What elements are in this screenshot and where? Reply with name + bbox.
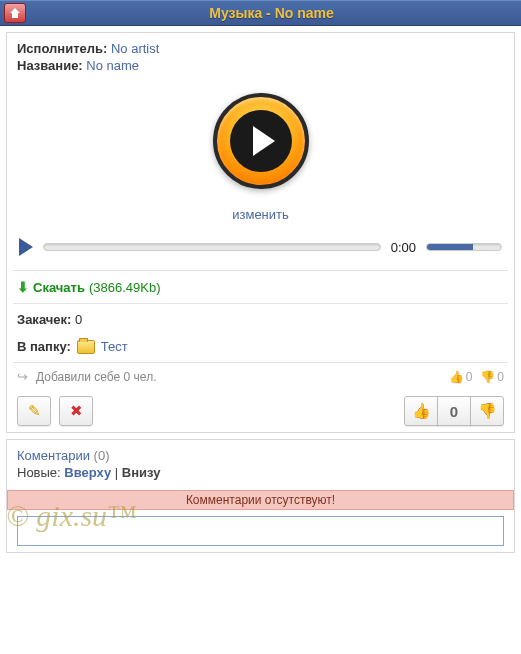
thumb-down-icon: 👎 [480,370,495,384]
folder-link[interactable]: Тест [101,339,128,354]
sort-bottom[interactable]: Внизу [122,465,161,480]
page-title: Музыка - No name [26,5,517,21]
artist-label: Исполнитель: [17,41,107,56]
added-count: Добавили себе 0 чел. [36,370,156,384]
vote-score: 0 [437,396,471,426]
comments-title[interactable]: Коментарии [17,448,90,463]
volume-fill [427,244,473,250]
thumb-down-count: 0 [497,370,504,384]
edit-button[interactable]: ✎ [17,396,51,426]
thumb-up-icon: 👍 [449,370,464,384]
progress-bar[interactable] [43,243,381,251]
download-icon: ⬇ [17,279,29,295]
change-link[interactable]: изменить [232,207,289,222]
social-row: ↪ Добавили себе 0 чел. 👍 0 👎 0 [7,363,514,390]
delete-icon: ✖ [70,402,83,420]
vote-up-button[interactable]: 👍 [404,396,438,426]
vote-group: 👍 0 👎 [404,396,504,426]
comments-panel: Коментарии (0) Новые: Вверху | Внизу Ком… [6,439,515,553]
play-icon [253,126,275,156]
download-size: (3866.49Kb) [89,280,161,295]
folder-icon [77,340,95,354]
sort-sep: | [115,465,118,480]
vote-down-button[interactable]: 👎 [470,396,504,426]
thumb-down-icon: 👎 [478,402,497,420]
download-label: Скачать [33,280,85,295]
downloads-label: Закачек: [17,312,71,327]
thumb-up-mini[interactable]: 👍 0 [449,370,473,384]
home-button[interactable] [4,3,26,23]
volume-bar[interactable] [426,243,502,251]
thumb-up-count: 0 [466,370,473,384]
title-value[interactable]: No name [86,58,139,73]
sort-label: Новые: [17,465,61,480]
player-controls: 0:00 [17,236,504,262]
artist-value[interactable]: No artist [111,41,159,56]
comment-input[interactable] [17,516,504,546]
header-bar: Музыка - No name [0,0,521,26]
share-icon: ↪ [17,369,28,384]
thumb-up-icon: 👍 [412,402,431,420]
player-play-button[interactable] [19,238,33,256]
downloads-value: 0 [75,312,82,327]
pencil-icon: ✎ [28,402,41,420]
play-inner [230,110,292,172]
time-display: 0:00 [391,240,416,255]
sort-top[interactable]: Вверху [64,465,111,480]
buttons-row: ✎ ✖ 👍 0 👎 [7,390,514,432]
thumb-down-mini[interactable]: 👎 0 [480,370,504,384]
download-link[interactable]: ⬇ Скачать (3866.49Kb) [17,279,504,295]
no-comments-banner: Комментарии отсутствуют! [7,490,514,510]
delete-button[interactable]: ✖ [59,396,93,426]
folder-label: В папку: [17,339,71,354]
title-label: Название: [17,58,83,73]
big-play-button[interactable] [213,93,309,189]
home-icon [9,7,21,19]
comments-count: (0) [94,448,110,463]
main-panel: Исполнитель: No artist Название: No name… [6,32,515,433]
